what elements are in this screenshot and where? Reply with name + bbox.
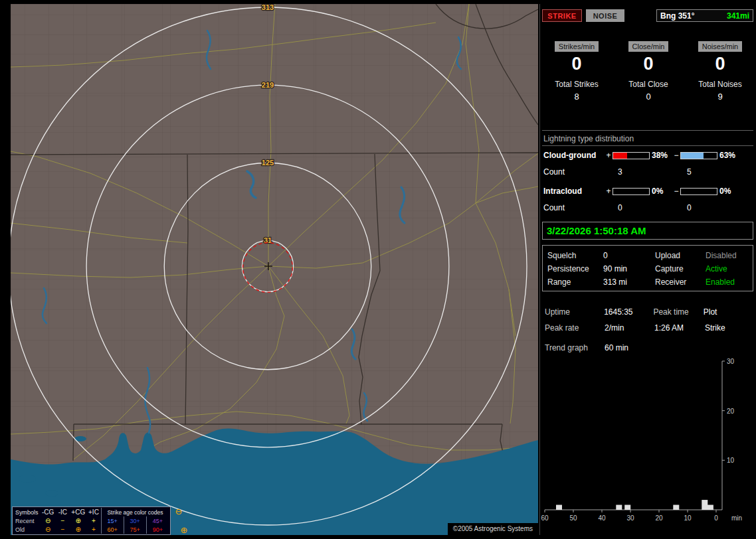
legend-age-header: Strike age color codes (101, 508, 169, 516)
separator (542, 130, 753, 131)
svg-text:40: 40 (598, 514, 606, 522)
ic-negative-count: 0 (682, 203, 751, 214)
upload-label: Upload (655, 251, 706, 260)
plus-sign: + (605, 187, 613, 196)
total-close-label: Total Close (613, 80, 684, 89)
status-row: Uptime 1645:35 Peak time Plot (545, 304, 753, 320)
plot-label: Plot (704, 307, 753, 317)
minus-sign: − (672, 187, 680, 196)
plot-value: Strike (705, 323, 725, 333)
age-30: 30+ (124, 516, 146, 525)
cg-positive-bar (613, 152, 650, 159)
cloud-ground-label: Cloud-ground (543, 151, 605, 160)
age-60: 60+ (101, 525, 124, 534)
intracloud-label: Intracloud (543, 187, 605, 196)
settings-row: Squelch 0 Upload Disabled (547, 249, 753, 262)
cloud-ground-count-row: Count 3 5 (543, 167, 753, 178)
svg-text:30: 30 (727, 358, 735, 365)
svg-text:30: 30 (626, 514, 634, 522)
peak-rate-label: Peak rate (545, 323, 605, 333)
noises-per-min-label: Noises/min (698, 41, 742, 52)
peak-time-label: Peak time (653, 307, 703, 317)
trend-graph-chart: 3020106050403020100min (541, 352, 756, 534)
total-strikes-value: 8 (541, 92, 613, 102)
status-row: Peak rate 2/min 1:26 AM Strike (545, 320, 753, 336)
age-75: 75+ (124, 525, 146, 534)
persistence-label: Persistence (547, 264, 603, 273)
range-value: 313 mi (603, 277, 655, 287)
intracloud-row: Intracloud + 0% − 0% (543, 186, 753, 196)
svg-text:31: 31 (264, 236, 272, 244)
ic-positive-pct: 0% (650, 187, 672, 196)
age-90: 90+ (146, 525, 169, 534)
age-15: 15+ (101, 516, 124, 525)
pos-cg-recent-icon: ⊕ (70, 516, 86, 525)
intracloud-count-row: Count 0 0 (543, 203, 753, 214)
datetime-value: 3/22/2026 1:50:18 AM (547, 225, 646, 236)
map-canvas[interactable]: 31321912531 ⊖⊕ (11, 4, 538, 535)
cg-positive-count: 3 (613, 167, 682, 178)
settings-row: Persistence 90 min Capture Active (547, 262, 753, 275)
datetime-panel: 3/22/2026 1:50:18 AM (542, 222, 753, 240)
display-toolbar: STRIKE NOISE Bng 351° 341mi (542, 9, 753, 23)
strike-toggle-button[interactable]: STRIKE (542, 9, 582, 22)
neg-ic-old-icon: − (55, 525, 70, 534)
copyright-notice: ©2005 Astrogenic Systems (448, 523, 538, 535)
svg-text:10: 10 (727, 457, 735, 464)
noises-per-min-value: 0 (684, 54, 756, 74)
ic-negative-pct: 0% (717, 187, 740, 196)
svg-text:60: 60 (541, 514, 549, 522)
svg-text:20: 20 (655, 514, 663, 522)
receiver-label: Receiver (655, 277, 706, 287)
settings-panel: Squelch 0 Upload Disabled Persistence 90… (542, 245, 753, 291)
cloud-ground-row: Cloud-ground + 38% − 63% (543, 150, 753, 161)
capture-label: Capture (655, 264, 706, 273)
uptime-value: 1645:35 (604, 307, 653, 317)
settings-row: Range 313 mi Receiver Enabled (547, 275, 753, 289)
minus-sign: − (672, 151, 680, 160)
cg-positive-pct: 38% (650, 151, 672, 160)
noise-toggle-button[interactable]: NOISE (586, 9, 624, 22)
ic-negative-bar (680, 188, 717, 195)
range-label: Range (547, 277, 603, 287)
pos-ic-recent-icon: + (86, 516, 101, 525)
receiver-value: Enabled (706, 277, 735, 287)
svg-text:⊖: ⊖ (175, 506, 183, 516)
svg-text:50: 50 (569, 514, 577, 522)
noises-column: Noises/min 0 Total Noises 9 (684, 40, 756, 102)
svg-text:20: 20 (727, 408, 735, 415)
svg-text:219: 219 (262, 81, 274, 89)
strikes-per-min-label: Strikes/min (555, 41, 599, 52)
legend-col-neg-cg: -CG (41, 508, 55, 516)
trend-graph-value: 60 min (605, 343, 654, 352)
peak-rate-value: 2/min (605, 323, 654, 333)
lightning-map[interactable]: 31321912531 ⊖⊕ Symbols -CG -IC +CG +IC S… (11, 4, 538, 535)
capture-value: Active (706, 264, 727, 273)
ic-positive-count: 0 (613, 203, 682, 214)
svg-text:10: 10 (684, 514, 692, 522)
legend-symbols-header: Symbols (14, 508, 41, 516)
legend-col-pos-ic: +IC (86, 508, 101, 516)
legend-old-label: Old (14, 525, 41, 534)
plus-sign: + (605, 151, 613, 160)
persistence-value: 90 min (603, 264, 655, 273)
trend-graph-label: Trend graph (545, 343, 605, 352)
neg-ic-recent-icon: − (55, 516, 70, 525)
distribution-title: Lightning type distribution (543, 134, 634, 143)
rate-counters: Strikes/min 0 Total Strikes 8 Close/min … (541, 40, 756, 102)
strikes-per-min-value: 0 (541, 54, 613, 74)
status-panel: Uptime 1645:35 Peak time Plot Peak rate … (545, 304, 753, 356)
svg-text:313: 313 (262, 4, 274, 11)
distance-value: 341mi (727, 11, 749, 21)
count-label: Count (543, 167, 613, 178)
pos-cg-old-icon: ⊕ (70, 525, 86, 534)
ic-positive-bar (613, 188, 650, 195)
age-45: 45+ (146, 516, 169, 525)
count-label: Count (543, 203, 613, 214)
cg-negative-bar (680, 152, 717, 159)
svg-text:0: 0 (714, 514, 718, 522)
svg-text:min: min (731, 514, 742, 522)
upload-value: Disabled (706, 251, 737, 260)
uptime-label: Uptime (545, 307, 604, 317)
close-per-min-label: Close/min (628, 41, 669, 52)
